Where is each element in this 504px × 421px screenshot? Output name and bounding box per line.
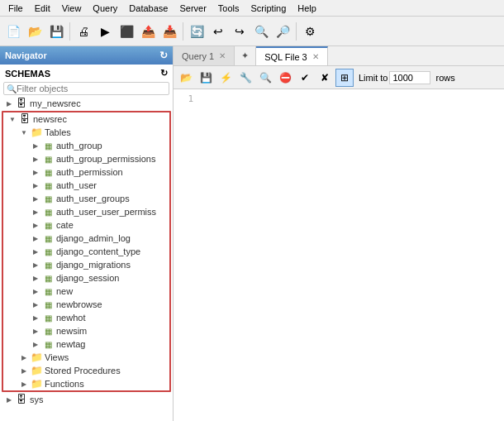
table-label-newbrowse: newbrowse [56, 299, 102, 309]
table-auth-permission[interactable]: ▦ auth_permission [3, 165, 169, 179]
open-file-button[interactable]: 📂 [177, 69, 195, 87]
print-button[interactable]: 🖨 [74, 22, 93, 41]
arrow-my-newsrec [3, 99, 15, 108]
explain-button[interactable]: 🔍 [256, 69, 274, 87]
open-button[interactable]: 📂 [25, 22, 45, 41]
menu-query[interactable]: Query [88, 2, 122, 15]
table-label-auth-group: auth_group [56, 141, 102, 151]
schema-item-my-newsrec[interactable]: 🗄 my_newsrec [0, 97, 173, 110]
stored-procedures-folder[interactable]: 📁 Stored Procedures [3, 364, 169, 377]
table-auth-group-permissions[interactable]: ▦ auth_group_permissions [3, 152, 169, 165]
table-auth-user-user-permiss[interactable]: ▦ auth_user_user_permiss [3, 205, 169, 218]
views-folder[interactable]: 📁 Views [3, 351, 169, 364]
table-label-auth-group-perms: auth_group_permissions [56, 154, 155, 164]
table-newtag[interactable]: ▦ newtag [3, 337, 169, 351]
arrow-newtag [30, 340, 41, 348]
table-icon-cate: ▦ [41, 219, 55, 231]
menu-edit[interactable]: Edit [30, 2, 55, 15]
arrow-auth-user-groups [30, 194, 41, 203]
arrow-views [18, 353, 30, 361]
refresh-button[interactable]: 🔄 [187, 22, 207, 41]
table-icon-newhot: ▦ [41, 312, 55, 323]
search-toolbar-button[interactable]: 🔍 [251, 22, 271, 41]
tab-query1[interactable]: Query 1 ✕ [174, 46, 235, 65]
tables-folder[interactable]: 📁 Tables [3, 126, 169, 139]
right-panel: Query 1 ✕ ✦ SQL File 3 ✕ 📂 💾 ⚡ 🔧 🔍 ⛔ ✔ ✘… [174, 46, 504, 421]
tab-sqlfile3-close-icon[interactable]: ✕ [312, 52, 319, 61]
undo-button[interactable]: ↩ [208, 22, 228, 41]
commit-button[interactable]: ✔ [296, 69, 314, 87]
toolbar-sep-3 [296, 22, 297, 41]
rollback-button[interactable]: ✘ [316, 69, 334, 87]
table-label-auth-user: auth_user [56, 180, 97, 190]
functions-folder[interactable]: 📁 Functions [3, 377, 169, 390]
table-label-django-content-type: django_content_type [56, 246, 140, 256]
main-layout: Navigator ↻ SCHEMAS ↻ 🔍 🗄 my_newsrec [0, 46, 504, 421]
table-icon-django-migrations: ▦ [41, 259, 55, 270]
filter-search-box[interactable]: 🔍 [3, 82, 169, 95]
table-django-migrations[interactable]: ▦ django_migrations [3, 258, 169, 271]
config-button[interactable]: ⚙ [300, 22, 320, 41]
table-cate[interactable]: ▦ cate [3, 218, 169, 232]
table-newbrowse[interactable]: ▦ newbrowse [3, 298, 169, 311]
filter-input[interactable] [17, 84, 166, 93]
schemas-refresh-icon[interactable]: ↻ [160, 68, 168, 79]
table-django-session[interactable]: ▦ django_session [3, 271, 169, 285]
toggle-output-button[interactable]: ⊞ [335, 69, 354, 87]
menu-bar: File Edit View Query Database Server Too… [0, 0, 504, 17]
arrow-newsrec [7, 115, 18, 123]
export-button[interactable]: 📤 [138, 22, 158, 41]
table-auth-group[interactable]: ▦ auth_group [3, 139, 169, 152]
tab-close-icon[interactable]: ✕ [219, 51, 226, 60]
table-auth-user[interactable]: ▦ auth_user [3, 179, 169, 192]
menu-scripting[interactable]: Scripting [246, 2, 292, 15]
editor-area[interactable]: 1 [174, 89, 504, 421]
redo-button[interactable]: ↪ [230, 22, 250, 41]
menu-file[interactable]: File [3, 2, 28, 15]
db-icon-my-newsrec: 🗄 [15, 98, 28, 109]
table-newsim[interactable]: ▦ newsim [3, 324, 169, 337]
navigator-title: Navigator [5, 50, 47, 60]
save-button[interactable]: 💾 [46, 22, 66, 41]
menu-server[interactable]: Server [174, 2, 211, 15]
new-file-button[interactable]: 📄 [3, 22, 23, 41]
limit-input[interactable] [389, 71, 430, 84]
menu-view[interactable]: View [57, 2, 87, 15]
menu-tools[interactable]: Tools [213, 2, 245, 15]
functions-folder-label: Functions [45, 379, 84, 389]
table-icon-auth-user: ▦ [41, 179, 55, 191]
import-button[interactable]: 📥 [159, 22, 179, 41]
stop-button[interactable]: ⬛ [116, 22, 136, 41]
execute-selection-button[interactable]: 🔧 [236, 69, 254, 87]
table-label-auth-user-groups: auth_user_groups [56, 194, 130, 203]
schema-label-sys: sys [30, 395, 44, 404]
execute-button[interactable]: ▶ [95, 22, 115, 41]
arrow-newbrowse [30, 300, 41, 309]
schema-item-newsrec[interactable]: 🗄 newsrec [3, 112, 169, 126]
limit-label: Limit to [359, 73, 388, 83]
execute-query-button[interactable]: ⚡ [216, 69, 235, 87]
schema-item-sys[interactable]: 🗄 sys [0, 393, 173, 406]
folder-icon-stored-procs: 📁 [30, 365, 43, 376]
table-new[interactable]: ▦ new [3, 285, 169, 298]
table-django-content-type[interactable]: ▦ django_content_type [3, 245, 169, 258]
save-file-button[interactable]: 💾 [197, 69, 215, 87]
table-icon-auth-perm: ▦ [41, 166, 55, 178]
tab-sqlfile3-label: SQL File 3 [264, 52, 307, 62]
tab-bar: Query 1 ✕ ✦ SQL File 3 ✕ [174, 46, 504, 66]
folder-icon-functions: 📁 [30, 378, 43, 390]
stop-query-button[interactable]: ⛔ [276, 69, 294, 87]
tab-sqlfile3[interactable]: SQL File 3 ✕ [256, 46, 328, 65]
table-auth-user-groups[interactable]: ▦ auth_user_groups [3, 192, 169, 205]
table-label-django-session: django_session [56, 273, 119, 283]
navigator-icon[interactable]: ↻ [159, 50, 168, 61]
schema-tree: 🗄 my_newsrec 🗄 newsrec 📁 Tables [0, 97, 173, 421]
db-icon-sys: 🗄 [15, 394, 28, 405]
schemas-section: SCHEMAS ↻ [0, 65, 173, 80]
table-newhot[interactable]: ▦ newhot [3, 311, 169, 324]
find-button[interactable]: 🔎 [273, 22, 292, 41]
table-django-admin-log[interactable]: ▦ django_admin_log [3, 232, 169, 245]
menu-help[interactable]: Help [292, 2, 321, 15]
menu-database[interactable]: Database [124, 2, 173, 15]
arrow-functions [18, 380, 30, 388]
